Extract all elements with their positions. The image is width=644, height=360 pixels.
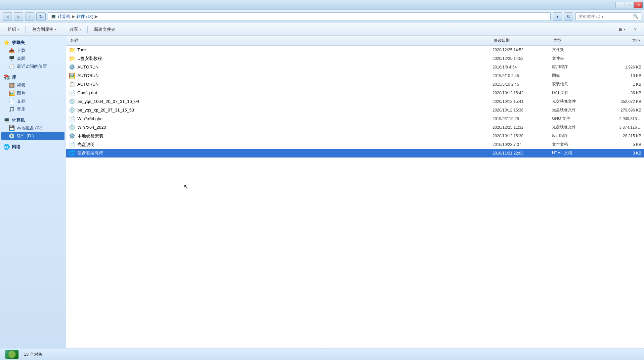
library-header[interactable]: 📚 库 — [1, 73, 64, 81]
title-bar-buttons: ─ □ ✕ — [616, 2, 643, 8]
computer-section: 💻 计算机 💾 本地磁盘 (C:) 💿 软件 (D:) — [1, 116, 64, 140]
file-size-cell: 279,696 KB — [602, 108, 641, 112]
computer-label: 计算机 — [12, 117, 25, 123]
file-type-icon: 📁 — [69, 47, 75, 53]
file-type-cell: GHO 文件 — [552, 116, 602, 121]
file-row[interactable]: 📁 Tools 2020/12/25 14:52 文件夹 — [66, 46, 644, 54]
path-drive[interactable]: 软件 (D:) — [76, 14, 93, 20]
file-name-text: Config.dat — [77, 90, 97, 95]
video-label: 视频 — [17, 82, 25, 88]
sidebar-item-recent[interactable]: 🕐 最近访问的位置 — [1, 63, 64, 70]
maximize-button[interactable]: □ — [625, 2, 633, 8]
file-row[interactable]: ⚙️ 本地硬盘安装 2020/10/12 15:30 应用程序 28,315 K… — [66, 132, 644, 140]
file-name-cell: 🌐 硬盘安装教程 — [69, 150, 493, 156]
file-date-cell: 2015/5/10 2:45 — [493, 82, 552, 87]
network-header[interactable]: 🌐 网络 — [1, 143, 64, 151]
new-folder-button[interactable]: 新建文件夹 — [90, 25, 119, 34]
file-row[interactable]: ⚙️ AUTORUN 2016/1/8 4:54 应用程序 1,926 KB — [66, 63, 644, 71]
sidebar-item-c-drive[interactable]: 💾 本地磁盘 (C:) — [1, 124, 64, 132]
favorites-header[interactable]: ⭐ 收藏夹 — [1, 38, 64, 47]
new-folder-label: 新建文件夹 — [94, 26, 115, 32]
file-name-text: 本地硬盘安装 — [77, 133, 103, 139]
music-icon: 🎵 — [9, 106, 15, 112]
file-name-cell: 📁 U盘安装教程 — [69, 55, 493, 62]
computer-header[interactable]: 💻 计算机 — [1, 116, 64, 124]
organize-arrow: ▾ — [18, 28, 19, 31]
sidebar-item-video[interactable]: 🎞️ 视频 — [1, 81, 64, 89]
file-list: 📁 Tools 2020/12/25 14:52 文件夹 📁 U盘安装教程 20… — [66, 46, 644, 158]
help-button[interactable]: ? — [630, 25, 640, 34]
dropdown-button[interactable]: ▾ — [553, 12, 562, 21]
share-arrow: ▾ — [79, 28, 81, 31]
library-section: 📚 库 🎞️ 视频 🖼️ 图片 📄 文档 🎵 音乐 — [1, 73, 64, 113]
share-button[interactable]: 共享 ▾ — [66, 25, 85, 34]
file-row[interactable]: 🌐 硬盘安装教程 2016/11/21 22:03 HTML 文档 3 KB — [66, 149, 644, 158]
forward-button[interactable]: ▶ — [14, 12, 23, 21]
refresh-button[interactable]: ↻ — [36, 12, 46, 21]
file-row[interactable]: 🖼️ AUTORUN 2015/5/10 2:45 图标 10 KB — [66, 71, 644, 80]
network-icon: 🌐 — [3, 144, 10, 150]
c-drive-label: 本地磁盘 (C:) — [17, 125, 42, 131]
file-type-icon: 💿 — [69, 98, 75, 105]
status-icon: 🟢 — [5, 350, 19, 359]
file-row[interactable]: 💿 Win7x64_2020 2020/12/25 11:32 光盘映像文件 3… — [66, 123, 644, 132]
recent-icon: 🕐 — [9, 64, 15, 69]
empty-space — [66, 158, 644, 257]
file-row[interactable]: 📋 AUTORUN 2015/5/10 2:45 安装信息 1 KB — [66, 80, 644, 89]
search-box[interactable]: 🔍 — [575, 12, 641, 21]
file-row[interactable]: 📁 U盘安装教程 2020/12/25 14:52 文件夹 — [66, 54, 644, 63]
file-row[interactable]: 📄 光盘说明 2016/10/23 7:07 文本文档 5 KB — [66, 140, 644, 149]
file-size-cell: 1,926 KB — [602, 65, 641, 69]
close-button[interactable]: ✕ — [634, 2, 643, 8]
back-button[interactable]: ◀ — [3, 12, 12, 21]
file-date-cell: 2020/12/25 14:52 — [493, 56, 552, 61]
sidebar-item-pictures[interactable]: 🖼️ 图片 — [1, 89, 64, 97]
sidebar-item-documents[interactable]: 📄 文档 — [1, 97, 64, 105]
sidebar-item-downloads[interactable]: 📥 下载 — [1, 47, 64, 55]
file-row[interactable]: 📄 Win7x64.gho 2019/9/7 19:25 GHO 文件 2,90… — [66, 114, 644, 123]
sidebar-item-desktop[interactable]: 🖥️ 桌面 — [1, 55, 64, 63]
file-date-cell: 2019/9/7 19:25 — [493, 116, 552, 121]
file-name-text: Win7x64.gho — [77, 116, 103, 121]
file-type-cell: 应用程序 — [552, 133, 602, 139]
file-size-cell: 2,900,813 ... — [602, 116, 641, 121]
file-date-cell: 2016/1/8 4:54 — [493, 65, 552, 69]
share-label: 共享 — [69, 26, 78, 32]
file-name-text: 硬盘安装教程 — [77, 150, 103, 156]
up-button[interactable]: ↑ — [25, 12, 34, 21]
file-row[interactable]: 💿 pe_yqs_xp_20_07_31_15_53 2020/10/12 15… — [66, 106, 644, 114]
file-type-cell: 文本文档 — [552, 142, 602, 147]
address-path[interactable]: 💻 计算机 ▶ 软件 (D:) ▶ — [48, 12, 551, 21]
refresh-path-button[interactable]: ↻ — [564, 12, 573, 21]
sidebar-item-d-drive[interactable]: 💿 软件 (D:) — [1, 132, 64, 140]
file-row[interactable]: 💿 pe_yqs_1064_20_07_31_16_04 2020/10/12 … — [66, 97, 644, 106]
video-icon: 🎞️ — [9, 82, 15, 88]
minimize-button[interactable]: ─ — [616, 2, 624, 8]
file-row[interactable]: 📄 Config.dat 2020/10/12 15:42 DAT 文件 36 … — [66, 89, 644, 97]
pictures-label: 图片 — [17, 90, 25, 96]
file-type-cell: 文件夹 — [552, 47, 602, 53]
file-type-cell: 文件夹 — [552, 56, 602, 61]
path-computer[interactable]: 计算机 — [58, 14, 70, 20]
col-header-size[interactable]: 大小 — [602, 38, 641, 43]
organize-label: 组织 — [8, 26, 16, 32]
col-header-date[interactable]: 修改日期 — [493, 38, 552, 43]
file-date-cell: 2020/12/25 14:52 — [493, 48, 552, 52]
file-date-cell: 2020/10/12 15:41 — [493, 99, 552, 104]
file-name-text: Tools — [77, 47, 87, 52]
file-area[interactable]: 名称 修改日期 类型 大小 📁 Tools 2020/12/25 14:52 文… — [66, 36, 644, 348]
file-size-cell: 36 KB — [602, 91, 641, 95]
col-header-name[interactable]: 名称 — [69, 38, 493, 43]
file-type-icon: 📋 — [69, 81, 75, 87]
include-library-button[interactable]: 包含到库中 ▾ — [28, 25, 60, 34]
col-header-type[interactable]: 类型 — [552, 38, 602, 43]
view-button[interactable]: ⊞ ▾ — [615, 25, 629, 34]
organize-button[interactable]: 组织 ▾ — [4, 25, 23, 34]
file-name-cell: 📄 Config.dat — [69, 90, 493, 96]
sidebar-item-music[interactable]: 🎵 音乐 — [1, 105, 64, 113]
file-size-cell: 1 KB — [602, 82, 641, 87]
file-size-cell: 28,315 KB — [602, 134, 641, 138]
file-size-cell: 652,072 KB — [602, 99, 641, 104]
search-input[interactable] — [578, 14, 632, 19]
file-type-icon: 📄 — [69, 141, 75, 148]
